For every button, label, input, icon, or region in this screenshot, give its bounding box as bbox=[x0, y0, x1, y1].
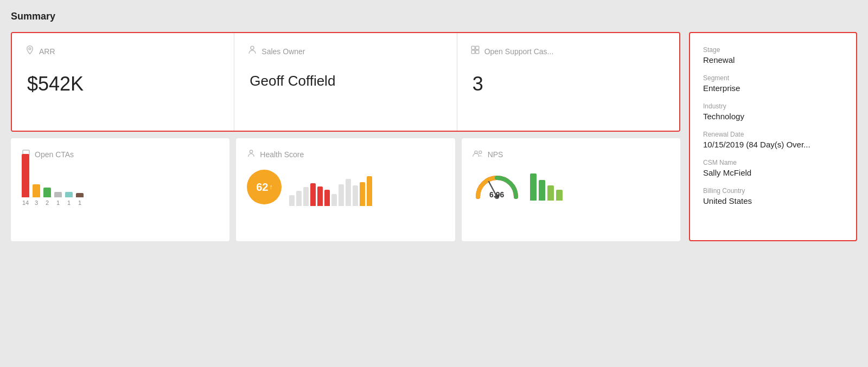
health-bars bbox=[289, 168, 372, 206]
stage-value: Renewal bbox=[703, 55, 843, 65]
cta-bar-1 bbox=[33, 184, 40, 197]
top-row: ARR $542K Sales Owner Geoff Coffield bbox=[11, 32, 680, 132]
bar-label-3: 1 bbox=[56, 199, 60, 206]
arr-value: $542K bbox=[25, 73, 84, 95]
nps-icon bbox=[473, 149, 483, 159]
h-bar-0 bbox=[289, 195, 295, 206]
open-ctas-header: Open CTAs bbox=[22, 149, 219, 159]
nps-gauge-value: 6.96 bbox=[489, 190, 504, 199]
h-bar-6 bbox=[331, 194, 337, 206]
bar-label-2: 2 bbox=[46, 199, 49, 206]
arr-label: ARR bbox=[39, 47, 55, 56]
h-bar-2 bbox=[303, 187, 309, 206]
h-bar-8 bbox=[346, 179, 351, 206]
bar-label-5: 1 bbox=[78, 199, 81, 206]
nps-bar-2 bbox=[547, 185, 554, 201]
nps-bar-1 bbox=[539, 180, 545, 201]
svg-point-6 bbox=[250, 150, 253, 153]
sales-owner-header: Sales Owner bbox=[247, 45, 305, 57]
renewal-date-group: Renewal Date 10/15/2019 (84 Day(s) Over.… bbox=[703, 131, 843, 149]
h-bar-1 bbox=[296, 191, 302, 206]
sales-owner-card: Sales Owner Geoff Coffield bbox=[234, 33, 457, 131]
billing-label: Billing Country bbox=[703, 187, 843, 195]
renewal-date-value: 10/15/2019 (84 Day(s) Over... bbox=[703, 140, 843, 149]
nps-container: 6.96 bbox=[473, 168, 669, 201]
industry-value: Technology bbox=[703, 112, 843, 121]
bar-col-1: 3 bbox=[33, 184, 40, 206]
bar-col-5: 1 bbox=[76, 193, 84, 206]
bar-col-4: 1 bbox=[65, 192, 73, 206]
health-score-icon bbox=[247, 149, 256, 159]
csm-label: CSM Name bbox=[703, 159, 843, 166]
nps-card: NPS 6.96 bbox=[462, 138, 680, 241]
bar-col-3: 1 bbox=[54, 192, 62, 206]
bar-label-0: 14 bbox=[22, 199, 29, 206]
main-layout: ARR $542K Sales Owner Geoff Coffield bbox=[11, 32, 857, 241]
ctas-chart: 14 3 2 1 1 bbox=[22, 168, 219, 217]
svg-point-0 bbox=[29, 48, 31, 50]
open-support-icon bbox=[470, 45, 480, 57]
stage-label: Stage bbox=[703, 46, 843, 54]
bar-label-1: 3 bbox=[35, 199, 38, 206]
page-title: Summary bbox=[11, 11, 857, 22]
arr-card: ARR $542K bbox=[12, 33, 234, 131]
open-ctas-card: Open CTAs 14 3 2 bbox=[11, 138, 229, 241]
stage-group: Stage Renewal bbox=[703, 46, 843, 65]
gauge-wrapper: 6.96 bbox=[473, 171, 521, 198]
open-support-card: Open Support Cas... 3 bbox=[457, 33, 679, 131]
renewal-date-label: Renewal Date bbox=[703, 131, 843, 138]
nps-bars bbox=[530, 168, 563, 201]
billing-group: Billing Country United States bbox=[703, 187, 843, 205]
arr-icon bbox=[25, 45, 35, 57]
score-value: 62 bbox=[256, 181, 268, 194]
right-panel: Stage Renewal Segment Enterprise Industr… bbox=[689, 32, 857, 241]
health-score-header: Health Score bbox=[247, 149, 444, 159]
score-arrow: ↑ bbox=[269, 183, 272, 191]
arr-header: ARR bbox=[25, 45, 55, 57]
h-bar-10 bbox=[360, 182, 365, 206]
bottom-row: Open CTAs 14 3 2 bbox=[11, 138, 680, 241]
svg-rect-4 bbox=[471, 50, 475, 54]
csm-value: Sally McField bbox=[703, 168, 843, 177]
cta-bar-4 bbox=[65, 192, 73, 197]
segment-group: Segment Enterprise bbox=[703, 74, 843, 93]
cta-bar-0 bbox=[22, 154, 29, 197]
h-bar-5 bbox=[324, 190, 330, 206]
score-circle: 62↑ bbox=[247, 170, 282, 204]
svg-rect-5 bbox=[475, 50, 478, 54]
nps-bar-3 bbox=[556, 190, 563, 201]
segment-value: Enterprise bbox=[703, 83, 843, 93]
cta-bar-2 bbox=[43, 188, 51, 197]
cta-bar-3 bbox=[54, 192, 62, 197]
health-score-label: Health Score bbox=[260, 150, 304, 159]
h-bar-9 bbox=[353, 185, 358, 206]
open-support-value: 3 bbox=[470, 73, 483, 95]
svg-point-1 bbox=[251, 46, 254, 49]
h-bar-3 bbox=[310, 183, 316, 206]
sales-owner-label: Sales Owner bbox=[261, 47, 305, 56]
health-score-card: Health Score 62↑ bbox=[236, 138, 455, 241]
h-bar-11 bbox=[367, 176, 372, 206]
billing-value: United States bbox=[703, 196, 843, 205]
nps-header: NPS bbox=[473, 149, 669, 159]
cta-bar-5 bbox=[76, 193, 84, 197]
svg-point-8 bbox=[478, 151, 481, 153]
svg-rect-3 bbox=[475, 46, 478, 49]
left-section: ARR $542K Sales Owner Geoff Coffield bbox=[11, 32, 680, 241]
sales-owner-icon bbox=[247, 45, 257, 57]
svg-rect-2 bbox=[471, 46, 475, 49]
bar-col-2: 2 bbox=[43, 188, 51, 206]
open-support-header: Open Support Cas... bbox=[470, 45, 554, 57]
industry-label: Industry bbox=[703, 102, 843, 110]
nps-bar-0 bbox=[530, 173, 537, 201]
open-ctas-label: Open CTAs bbox=[35, 150, 74, 159]
h-bar-4 bbox=[317, 186, 323, 206]
segment-label: Segment bbox=[703, 74, 843, 82]
sales-owner-value: Geoff Coffield bbox=[247, 73, 335, 89]
h-bar-7 bbox=[339, 184, 344, 206]
nps-label: NPS bbox=[488, 150, 503, 159]
bar-col-0: 14 bbox=[22, 154, 29, 206]
bar-label-4: 1 bbox=[67, 199, 71, 206]
csm-group: CSM Name Sally McField bbox=[703, 159, 843, 177]
industry-group: Industry Technology bbox=[703, 102, 843, 121]
